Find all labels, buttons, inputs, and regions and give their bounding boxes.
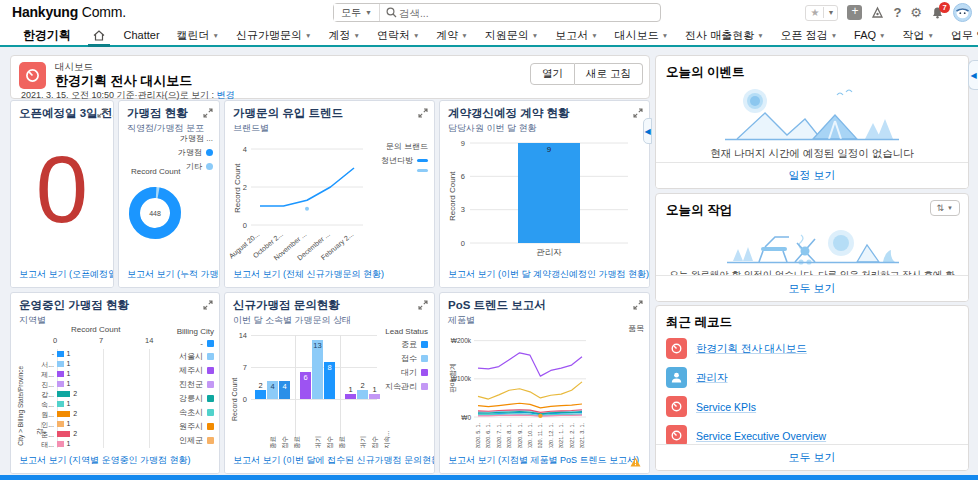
chevron-down-icon: ▼ bbox=[461, 32, 467, 39]
view-change-link[interactable]: 변경 bbox=[217, 90, 235, 100]
legend-item[interactable]: 대기 bbox=[385, 367, 428, 378]
bar[interactable] bbox=[357, 390, 368, 399]
nav-tab-3[interactable]: 신규가맹문의▼ bbox=[228, 25, 320, 45]
legend-item[interactable]: 원주시 bbox=[177, 421, 214, 432]
nav-tab-9[interactable]: 대시보드▼ bbox=[606, 25, 676, 45]
legend-item[interactable]: 종료 bbox=[385, 339, 428, 350]
legend-item[interactable]: 지속관리 bbox=[385, 381, 428, 392]
recent-record-row[interactable]: 관리자 bbox=[656, 363, 968, 392]
card-title: PoS 트렌드 보고서 bbox=[440, 293, 649, 312]
bar-segment[interactable] bbox=[57, 391, 70, 398]
bar-segment[interactable] bbox=[57, 401, 64, 408]
favorites-control[interactable]: ★▼ bbox=[805, 5, 838, 21]
dashboard-header: 대시보드 한경기획 전사 대시보드 2021. 3. 15. 오전 10:50 … bbox=[10, 55, 650, 99]
bar-segment[interactable] bbox=[57, 421, 64, 428]
nav-tab-14[interactable]: 업무 인지▼ bbox=[942, 25, 978, 45]
bar[interactable] bbox=[369, 394, 380, 399]
nav-tab-13[interactable]: 작업▼ bbox=[894, 25, 942, 45]
expand-icon[interactable] bbox=[633, 300, 643, 310]
chevron-down-icon[interactable]: ▼ bbox=[824, 9, 837, 16]
legend-item[interactable]: 청년다방 bbox=[381, 155, 428, 166]
bar-segment[interactable] bbox=[57, 431, 70, 438]
view-all-link[interactable]: 모두 보기 bbox=[656, 275, 968, 301]
legend-item[interactable]: 인제군 bbox=[177, 435, 214, 446]
legend-item[interactable]: 진천군 bbox=[177, 379, 214, 390]
expand-icon[interactable] bbox=[203, 300, 213, 310]
user-avatar[interactable] bbox=[953, 3, 972, 22]
view-report-link[interactable]: 보고서 보기 (이번 달에 접수된 신규가맹점 문의현황) bbox=[225, 448, 434, 473]
bar[interactable] bbox=[255, 390, 266, 399]
line-chart[interactable]: 024August 20...October 2...November ...D… bbox=[225, 137, 375, 275]
app-navigation-bar: 한경기획 Chatter캘린더▼신규가맹문의▼계정▼연락처▼계약▼지원문의▼보고… bbox=[0, 25, 978, 47]
view-report-link[interactable]: 보고서 보기 (오픈예정일 3일 ... bbox=[11, 262, 113, 287]
bar-segment[interactable] bbox=[57, 411, 70, 418]
view-all-link[interactable]: 모두 보기 bbox=[656, 444, 968, 470]
view-report-link[interactable]: 보고서 보기 (지점별 제품별 PoS 트렌드 보고서) bbox=[440, 448, 649, 473]
nav-tab-11[interactable]: 오픈 점검▼ bbox=[772, 25, 846, 45]
expand-icon[interactable] bbox=[418, 108, 428, 118]
nav-tab-8[interactable]: 보고서▼ bbox=[547, 25, 606, 45]
bar-segment[interactable] bbox=[57, 381, 64, 388]
bar-segment[interactable] bbox=[57, 361, 64, 368]
setup-gear-icon[interactable]: ⚙ bbox=[910, 5, 922, 20]
group-separator bbox=[295, 335, 296, 437]
nav-tab-2[interactable]: 캘린더▼ bbox=[168, 25, 227, 45]
bar-chart[interactable]: 03699관리자Contract Owner bbox=[440, 135, 640, 277]
recent-record-row[interactable]: Service KPIs bbox=[656, 392, 968, 421]
search-input[interactable] bbox=[399, 7, 660, 19]
bar-segment[interactable] bbox=[57, 351, 64, 358]
legend-item[interactable]: 접수 bbox=[385, 353, 428, 364]
panel-title: 최근 레코드 bbox=[656, 306, 968, 334]
refresh-button[interactable]: 새로 고침 bbox=[575, 63, 643, 85]
nav-tab-1[interactable]: Chatter bbox=[115, 25, 168, 45]
app-launcher-icon[interactable] bbox=[10, 29, 13, 42]
legend-item[interactable]: 속초시 bbox=[177, 407, 214, 418]
view-calendar-link[interactable]: 일정 보기 bbox=[656, 162, 968, 188]
view-report-link[interactable]: 보고서 보기 (이번 달 계약갱신예정인 가맹점 현황) bbox=[440, 262, 649, 287]
nav-tab-12[interactable]: FAQ▼ bbox=[846, 25, 894, 45]
recent-record-link[interactable]: 한경기획 전사 대시보드 bbox=[696, 342, 807, 356]
expand-icon[interactable] bbox=[97, 108, 107, 118]
nav-tab-5[interactable]: 연락처▼ bbox=[368, 25, 427, 45]
nav-tab-10[interactable]: 전사 매출현황▼ bbox=[677, 25, 773, 45]
recent-record-link[interactable]: 관리자 bbox=[696, 371, 728, 385]
expand-icon[interactable] bbox=[203, 108, 213, 118]
legend-item[interactable]: 강릉시 bbox=[177, 393, 214, 404]
legend-item[interactable]: 기타 bbox=[178, 161, 213, 172]
guidance-center-icon[interactable] bbox=[871, 6, 884, 19]
view-report-link[interactable]: 보고서 보기 (지역별 운영중인 가맹점 현황) bbox=[11, 448, 219, 473]
expand-icon[interactable] bbox=[633, 108, 643, 118]
bar-segment[interactable] bbox=[57, 371, 64, 378]
nav-tab-7[interactable]: 지원문의▼ bbox=[476, 25, 546, 45]
legend-item[interactable]: 제주시 bbox=[177, 365, 214, 376]
view-report-link[interactable]: 보고서 보기 (전체 신규가맹문의 현황) bbox=[225, 262, 434, 287]
global-actions-icon[interactable]: + bbox=[847, 5, 862, 20]
search-scope-select[interactable]: 모두▼ bbox=[334, 4, 380, 21]
global-search[interactable]: 모두▼ bbox=[333, 3, 661, 22]
star-icon[interactable]: ★ bbox=[806, 7, 824, 18]
help-icon[interactable]: ? bbox=[893, 5, 901, 20]
recent-record-row[interactable]: 한경기획 전사 대시보드 bbox=[656, 334, 968, 363]
dashboard-collapse-handle[interactable]: ◀ bbox=[643, 118, 652, 144]
recent-record-link[interactable]: Service KPIs bbox=[696, 401, 756, 413]
bar-label: 대기 bbox=[314, 425, 323, 449]
notifications-bell-icon[interactable]: 7 bbox=[931, 6, 944, 19]
legend-item[interactable]: 서울시 bbox=[177, 351, 214, 362]
horizontal-scrollbar[interactable] bbox=[0, 475, 978, 480]
bar-segment[interactable] bbox=[57, 441, 64, 448]
bar[interactable] bbox=[345, 394, 356, 399]
open-button[interactable]: 열기 bbox=[530, 63, 575, 85]
task-sort-button[interactable]: ⇅▼ bbox=[930, 200, 961, 216]
recent-record-link[interactable]: Service Executive Overview bbox=[696, 430, 826, 442]
svg-text:₩0: ₩0 bbox=[461, 414, 471, 421]
sidebar-collapse-handle[interactable]: ◀ bbox=[968, 60, 978, 90]
view-report-link[interactable]: 보고서 보기 (누적 가맹점 현... bbox=[119, 262, 219, 287]
expand-icon[interactable] bbox=[418, 300, 428, 310]
nav-tab-6[interactable]: 계약▼ bbox=[428, 25, 476, 45]
nav-tab-home[interactable] bbox=[83, 25, 115, 45]
legend-item[interactable] bbox=[381, 169, 428, 172]
legend-item[interactable]: 가맹점 bbox=[178, 147, 213, 158]
donut-chart[interactable]: 448 bbox=[123, 181, 187, 245]
legend-item[interactable]: - bbox=[177, 339, 214, 348]
nav-tab-4[interactable]: 계정▼ bbox=[320, 25, 368, 45]
